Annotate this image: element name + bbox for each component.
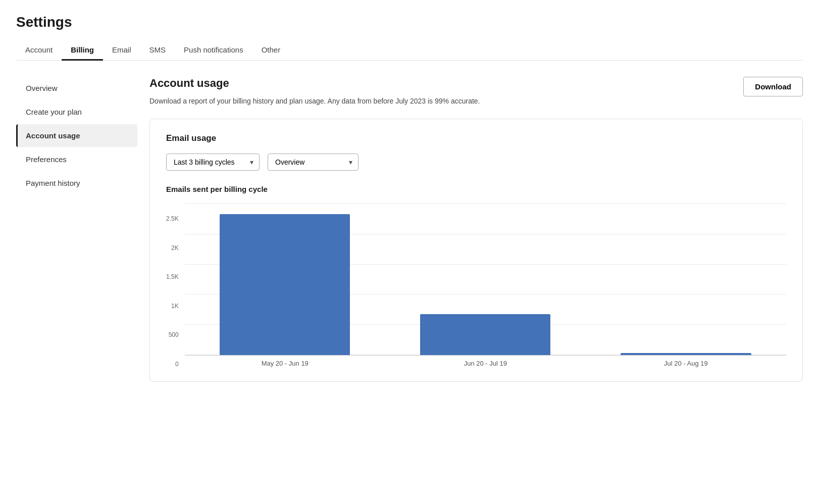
email-usage-card: Email usage Last 3 billing cycles Last 6… — [149, 119, 803, 382]
tab-sms[interactable]: SMS — [140, 40, 175, 61]
section-header-text: Account usage Download a report of your … — [149, 77, 480, 107]
y-label-500: 500 — [169, 332, 179, 338]
bar-group-jul — [586, 204, 786, 355]
x-label-jul: Jul 20 - Aug 19 — [586, 360, 786, 367]
filters: Last 3 billing cycles Last 6 billing cyc… — [166, 154, 786, 171]
view-select[interactable]: Overview Detail — [268, 154, 359, 171]
sidebar-item-account-usage[interactable]: Account usage — [16, 124, 137, 147]
main-layout: Overview Create your plan Account usage … — [0, 61, 819, 402]
y-label-2000: 2K — [171, 245, 179, 251]
sidebar-item-payment-history[interactable]: Payment history — [16, 172, 137, 194]
chart-body: May 20 - Jun 19 Jun 20 - Jul 19 Jul 20 -… — [185, 204, 786, 367]
tab-email[interactable]: Email — [103, 40, 140, 61]
tab-billing[interactable]: Billing — [62, 40, 103, 61]
tabs-bar: Account Billing Email SMS Push notificat… — [16, 40, 803, 61]
bar-jul — [621, 353, 751, 356]
chart-title: Emails sent per billing cycle — [166, 185, 786, 193]
bars-container — [185, 204, 786, 355]
card-title: Email usage — [166, 133, 786, 143]
billing-cycle-select[interactable]: Last 3 billing cycles Last 6 billing cyc… — [166, 154, 260, 171]
bar-may — [220, 214, 350, 355]
section-title: Account usage — [149, 77, 480, 90]
bar-group-jun — [385, 204, 586, 355]
y-label-1000: 1K — [171, 303, 179, 309]
x-label-jun: Jun 20 - Jul 19 — [385, 360, 586, 367]
page-title: Settings — [16, 14, 803, 30]
tab-other[interactable]: Other — [252, 40, 290, 61]
sidebar-item-create-plan[interactable]: Create your plan — [16, 100, 137, 123]
x-labels: May 20 - Jun 19 Jun 20 - Jul 19 Jul 20 -… — [185, 360, 786, 367]
tab-account[interactable]: Account — [16, 40, 62, 61]
x-axis-line — [185, 355, 786, 356]
chart-area: 2.5K 2K 1.5K 1K 500 0 — [166, 204, 786, 367]
x-label-may: May 20 - Jun 19 — [185, 360, 385, 367]
view-filter[interactable]: Overview Detail — [268, 154, 359, 171]
y-label-1500: 1.5K — [166, 274, 179, 280]
bar-jun — [420, 314, 550, 355]
chart-section: Emails sent per billing cycle 2.5K 2K 1.… — [166, 185, 786, 367]
y-label-2500: 2.5K — [166, 216, 179, 222]
y-label-0: 0 — [175, 361, 179, 367]
billing-cycle-filter[interactable]: Last 3 billing cycles Last 6 billing cyc… — [166, 154, 260, 171]
page-header: Settings Account Billing Email SMS Push … — [0, 0, 819, 61]
y-axis: 2.5K 2K 1.5K 1K 500 0 — [166, 216, 185, 367]
bar-group-may — [185, 204, 385, 355]
sidebar-item-preferences[interactable]: Preferences — [16, 148, 137, 171]
download-button[interactable]: Download — [743, 77, 803, 96]
section-header: Account usage Download a report of your … — [149, 77, 803, 107]
sidebar-item-overview[interactable]: Overview — [16, 77, 137, 99]
tab-push-notifications[interactable]: Push notifications — [175, 40, 252, 61]
main-content: Account usage Download a report of your … — [137, 77, 803, 402]
section-description: Download a report of your billing histor… — [149, 96, 480, 107]
sidebar: Overview Create your plan Account usage … — [16, 77, 137, 402]
